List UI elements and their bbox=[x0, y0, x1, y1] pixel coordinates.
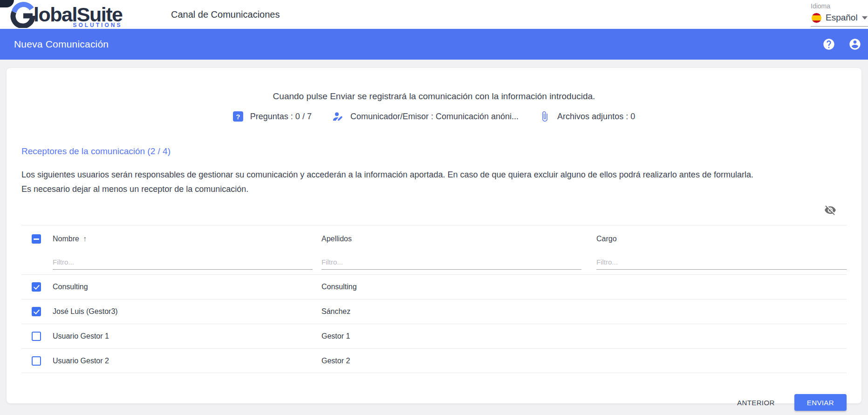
page-title: Nueva Comunicación bbox=[14, 39, 109, 50]
question-square-icon: ? bbox=[233, 111, 243, 122]
cell-apellidos: Gestor 1 bbox=[321, 332, 596, 340]
stat-comunicador: Comunicador/Emisor : Comunicación anóni.… bbox=[332, 111, 519, 122]
stat-label: Comunicador/Emisor : Comunicación anóni.… bbox=[350, 112, 519, 122]
column-header-apellidos[interactable]: Apellidos bbox=[321, 235, 596, 243]
logo-g-icon bbox=[10, 1, 35, 28]
logo-subtext: SOLUTIONS bbox=[73, 22, 122, 28]
cell-apellidos: Sánchez bbox=[321, 307, 596, 316]
stat-label: Preguntas : 0 / 7 bbox=[250, 112, 312, 122]
globalsuite-logo: lobalSuite SOLUTIONS bbox=[10, 1, 122, 28]
language-value: Español bbox=[826, 13, 858, 23]
cell-apellidos: Gestor 2 bbox=[321, 357, 596, 365]
section-title-receptores: Receptores de la comunicación (2 / 4) bbox=[21, 146, 847, 156]
language-label: Idioma bbox=[811, 2, 868, 10]
stat-preguntas: ? Preguntas : 0 / 7 bbox=[233, 111, 312, 122]
row-checkbox[interactable] bbox=[32, 332, 41, 341]
page: lobalSuite SOLUTIONS Canal de Comunicaci… bbox=[0, 0, 868, 415]
language-select[interactable]: Español bbox=[811, 11, 868, 27]
table-body: Consulting Consulting José Luis (Gestor3… bbox=[21, 274, 847, 373]
table-toolbar bbox=[21, 204, 847, 216]
cell-nombre: José Luis (Gestor3) bbox=[53, 307, 321, 316]
filter-input-apellidos[interactable] bbox=[321, 257, 581, 270]
receivers-description: Los siguientes usuarios serán responsabl… bbox=[21, 168, 847, 197]
sort-asc-icon: ↑ bbox=[83, 235, 87, 243]
description-line-1: Los siguientes usuarios serán responsabl… bbox=[21, 170, 753, 179]
column-header-cargo[interactable]: Cargo bbox=[596, 235, 847, 243]
language-selector: Idioma Español bbox=[811, 2, 868, 27]
wizard-footer: ANTERIOR ENVIAR bbox=[21, 394, 847, 411]
select-all-checkbox[interactable] bbox=[32, 234, 41, 244]
top-header: lobalSuite SOLUTIONS Canal de Comunicaci… bbox=[0, 0, 868, 29]
cell-nombre: Consulting bbox=[53, 283, 321, 291]
cell-nombre: Usuario Gestor 1 bbox=[53, 332, 321, 340]
row-checkbox[interactable] bbox=[32, 356, 41, 366]
table-row[interactable]: José Luis (Gestor3) Sánchez bbox=[21, 299, 847, 324]
stat-adjuntos: Archivos adjuntos : 0 bbox=[539, 111, 635, 122]
toolbar: Nueva Comunicación bbox=[0, 29, 868, 60]
filter-input-nombre[interactable] bbox=[53, 257, 313, 270]
enviar-button[interactable]: ENVIAR bbox=[794, 394, 847, 411]
anterior-button[interactable]: ANTERIOR bbox=[737, 399, 775, 407]
description-line-2: Es necesario dejar al menos un receptor … bbox=[21, 184, 248, 194]
content-card: Cuando pulse Enviar se registrará la com… bbox=[7, 68, 861, 403]
cell-apellidos: Consulting bbox=[321, 283, 596, 291]
column-header-nombre[interactable]: Nombre↑ bbox=[53, 235, 321, 243]
chevron-down-icon bbox=[862, 16, 868, 20]
spain-flag-icon bbox=[812, 13, 821, 23]
intro-text: Cuando pulse Enviar se registrará la com… bbox=[21, 68, 847, 102]
app-title: Canal de Comunicaciones bbox=[171, 0, 280, 29]
row-checkbox[interactable] bbox=[32, 307, 41, 316]
row-checkbox[interactable] bbox=[32, 282, 41, 292]
main-area: Cuando pulse Enviar se registrará la com… bbox=[0, 60, 868, 415]
table-row[interactable]: Usuario Gestor 1 Gestor 1 bbox=[21, 324, 847, 348]
help-icon[interactable] bbox=[822, 38, 835, 51]
summary-stats: ? Preguntas : 0 / 7 Comunicador/Emisor :… bbox=[21, 111, 847, 122]
stat-label: Archivos adjuntos : 0 bbox=[557, 112, 635, 122]
receivers-table: Nombre↑ Apellidos Cargo Consulting Consu… bbox=[21, 225, 847, 373]
table-row[interactable]: Consulting Consulting bbox=[21, 274, 847, 299]
paperclip-icon bbox=[539, 111, 550, 122]
toolbar-icons bbox=[822, 38, 861, 51]
filter-input-cargo[interactable] bbox=[596, 257, 847, 270]
account-icon[interactable] bbox=[848, 38, 861, 51]
cell-nombre: Usuario Gestor 2 bbox=[53, 357, 321, 365]
visibility-off-icon[interactable] bbox=[824, 204, 836, 216]
table-row[interactable]: Usuario Gestor 2 Gestor 2 bbox=[21, 348, 847, 373]
table-header-row: Nombre↑ Apellidos Cargo bbox=[21, 225, 847, 252]
person-edit-icon bbox=[332, 111, 343, 122]
table-filter-row bbox=[21, 252, 847, 274]
